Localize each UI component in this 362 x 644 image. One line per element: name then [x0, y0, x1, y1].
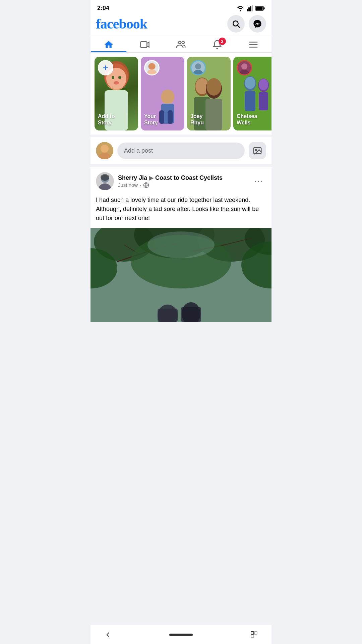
post-separator: ·	[140, 182, 141, 188]
story-joey[interactable]: JoeyRhyu	[187, 57, 231, 130]
post-image	[90, 228, 272, 322]
svg-rect-3	[252, 5, 253, 11]
add-post-section: Add a post	[90, 137, 272, 164]
stories-section: + Add toStory YourStory	[90, 53, 272, 135]
photo-icon	[252, 146, 262, 156]
signal-icon	[247, 5, 253, 11]
svg-point-70	[147, 231, 215, 258]
svg-marker-10	[147, 42, 149, 47]
svg-point-44	[259, 79, 268, 90]
post-time: Just now ·	[118, 182, 251, 188]
svg-rect-1	[248, 7, 250, 11]
story-joey-avatar-img	[191, 61, 205, 74]
story-chelsea-avatar	[237, 60, 252, 75]
svg-point-20	[118, 76, 121, 79]
svg-rect-45	[259, 92, 268, 110]
header-icons	[227, 15, 266, 33]
notification-badge: 2	[219, 38, 226, 45]
post-timestamp: Just now	[118, 182, 138, 188]
post-author-avatar-img	[96, 172, 114, 190]
svg-rect-6	[256, 7, 263, 10]
svg-rect-74	[181, 307, 201, 322]
status-bar: 2:04	[90, 0, 272, 14]
story-add-label: Add toStory	[98, 113, 115, 126]
search-icon	[232, 19, 240, 28]
post-body: I had such a lovely time at our ride tog…	[90, 194, 272, 228]
svg-point-24	[161, 90, 174, 104]
globe-icon	[143, 182, 149, 188]
story-joey-avatar	[190, 60, 206, 75]
home-icon	[104, 40, 114, 50]
story-your-avatar-img	[145, 61, 159, 74]
svg-rect-0	[247, 9, 248, 11]
svg-point-47	[241, 63, 247, 69]
video-icon	[140, 40, 150, 50]
wifi-icon	[237, 5, 244, 11]
user-avatar-img	[96, 142, 113, 159]
tab-menu[interactable]	[235, 36, 272, 52]
facebook-logo: facebook	[96, 16, 147, 32]
tab-video[interactable]	[127, 36, 163, 52]
svg-point-34	[206, 78, 221, 96]
post-header: Sherry Jia ▶ Coast to Coast Cyclists Jus…	[90, 167, 272, 194]
nav-tabs: 2	[90, 36, 272, 53]
user-avatar	[96, 142, 113, 159]
story-your-avatar	[144, 60, 160, 75]
tab-notifications[interactable]: 2	[199, 36, 235, 52]
svg-point-41	[245, 77, 255, 89]
header: facebook	[90, 14, 272, 36]
post-author-avatar[interactable]	[96, 172, 114, 190]
svg-point-38	[195, 63, 201, 69]
story-your-label: YourStory	[144, 113, 158, 126]
svg-rect-27	[168, 110, 173, 124]
svg-rect-36	[205, 99, 222, 130]
story-joey-label: JoeyRhyu	[190, 113, 204, 126]
messenger-button[interactable]	[249, 15, 266, 33]
svg-rect-5	[264, 7, 265, 9]
post-group-arrow: ▶	[149, 175, 153, 181]
svg-point-21	[114, 81, 119, 85]
battery-icon	[255, 6, 265, 11]
post-card: Sherry Jia ▶ Coast to Coast Cyclists Jus…	[90, 167, 272, 322]
post-author-name[interactable]: Sherry Jia	[118, 174, 147, 181]
post-meta: Sherry Jia ▶ Coast to Coast Cyclists Jus…	[118, 174, 251, 188]
messenger-icon	[253, 19, 262, 29]
svg-point-11	[179, 41, 181, 44]
svg-point-49	[101, 145, 109, 153]
svg-line-8	[238, 25, 240, 28]
svg-point-19	[112, 76, 114, 79]
story-chelsea-label: ChelseaWells	[237, 113, 257, 126]
svg-point-51	[255, 149, 257, 151]
svg-rect-2	[250, 6, 251, 11]
post-image-svg	[90, 228, 272, 322]
tab-home[interactable]	[90, 36, 127, 52]
post-author-line: Sherry Jia ▶ Coast to Coast Cyclists	[118, 174, 251, 181]
svg-rect-42	[245, 91, 255, 111]
story-your[interactable]: YourStory	[141, 57, 184, 130]
tab-groups[interactable]	[163, 36, 199, 52]
add-post-input[interactable]: Add a post	[117, 143, 245, 159]
add-story-plus: +	[98, 60, 113, 75]
groups-icon	[176, 40, 186, 50]
more-options-button[interactable]: ···	[251, 175, 266, 188]
time: 2:04	[97, 5, 109, 12]
status-icons	[237, 5, 265, 11]
svg-point-54	[101, 174, 109, 181]
svg-rect-9	[141, 42, 147, 48]
search-button[interactable]	[227, 15, 245, 33]
svg-rect-26	[159, 110, 164, 124]
story-chelsea-avatar-img	[238, 61, 251, 74]
add-photo-button[interactable]	[249, 142, 266, 159]
story-chelsea[interactable]: ChelseaWells	[233, 57, 272, 130]
svg-rect-73	[158, 309, 178, 322]
svg-point-29	[148, 63, 156, 70]
menu-icon	[248, 40, 258, 50]
post-group-name[interactable]: Coast to Coast Cyclists	[155, 174, 223, 181]
story-add[interactable]: + Add toStory	[95, 57, 138, 130]
svg-point-12	[182, 41, 185, 44]
